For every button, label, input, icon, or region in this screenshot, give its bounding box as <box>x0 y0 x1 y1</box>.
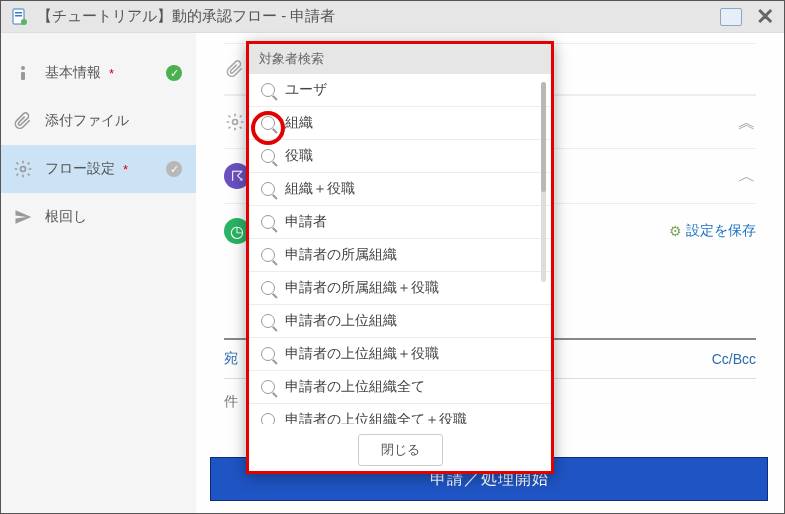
search-icon <box>261 248 275 262</box>
svg-point-3 <box>21 19 27 25</box>
search-icon <box>261 281 275 295</box>
search-option-user[interactable]: ユーザ <box>249 74 551 107</box>
chevron-up-icon: ︽ <box>738 110 756 134</box>
search-option-label: 申請者の所属組織 <box>285 246 397 264</box>
search-option-label: 申請者の上位組織＋役職 <box>285 345 439 363</box>
chevron-up-icon: ︿ <box>738 164 756 188</box>
svg-rect-5 <box>21 72 25 80</box>
search-icon <box>261 116 275 130</box>
search-option-label: ユーザ <box>285 81 327 99</box>
search-type-list: ユーザ 組織 役職 組織＋役職 申請者 申請者の所属組織 申請者の所属組織＋役職… <box>249 74 551 424</box>
search-option-label: 組織＋役職 <box>285 180 355 198</box>
modal-close-button[interactable]: 閉じる <box>358 434 443 466</box>
close-icon[interactable]: ✕ <box>756 4 774 30</box>
search-option-label: 申請者の上位組織全て＋役職 <box>285 411 467 424</box>
search-icon <box>261 347 275 361</box>
search-option-applicant-upper-org[interactable]: 申請者の上位組織 <box>249 305 551 338</box>
sidebar-item-label: フロー設定 <box>45 160 115 178</box>
sidebar-item-label: 添付ファイル <box>45 112 129 130</box>
search-option-applicant-upper-org-position[interactable]: 申請者の上位組織＋役職 <box>249 338 551 371</box>
paperclip-icon <box>224 58 246 80</box>
search-option-label: 申請者 <box>285 213 327 231</box>
search-option-position[interactable]: 役職 <box>249 140 551 173</box>
search-option-applicant-upper-org-all-position[interactable]: 申請者の上位組織全て＋役職 <box>249 404 551 424</box>
search-icon <box>261 83 275 97</box>
ccbcc-link[interactable]: Cc/Bcc <box>712 351 756 367</box>
search-icon <box>261 182 275 196</box>
required-star: * <box>123 162 128 177</box>
search-icon <box>261 314 275 328</box>
search-option-applicant-org[interactable]: 申請者の所属組織 <box>249 239 551 272</box>
search-option-label: 役職 <box>285 147 313 165</box>
svg-rect-1 <box>15 12 22 14</box>
modal-body: ユーザ 組織 役職 組織＋役職 申請者 申請者の所属組織 申請者の所属組織＋役職… <box>249 74 551 424</box>
search-option-label: 申請者の上位組織 <box>285 312 397 330</box>
search-option-label: 組織 <box>285 114 313 132</box>
sidebar: 基本情報 * ✓ 添付ファイル フロー設定 * ✓ 根回し <box>1 33 196 513</box>
modal-footer: 閉じる <box>249 424 551 476</box>
svg-point-6 <box>21 167 26 172</box>
close-label: 閉じる <box>381 442 420 457</box>
svg-rect-2 <box>15 15 22 17</box>
send-icon <box>13 207 33 227</box>
recipient-label: 宛 <box>224 350 238 368</box>
search-icon <box>261 380 275 394</box>
document-icon <box>11 8 29 26</box>
gear-icon: ⚙ <box>669 223 682 239</box>
sidebar-item-label: 根回し <box>45 208 87 226</box>
search-icon <box>261 413 275 424</box>
modal-header: 対象者検索 <box>249 44 551 74</box>
sidebar-item-flow-settings[interactable]: フロー設定 * ✓ <box>1 145 196 193</box>
target-search-modal: 対象者検索 ユーザ 組織 役職 組織＋役職 申請者 申請者の所属組織 申請者の所… <box>246 41 554 474</box>
sidebar-item-nemawashi[interactable]: 根回し <box>1 193 196 241</box>
sidebar-item-basic-info[interactable]: 基本情報 * ✓ <box>1 49 196 97</box>
check-icon: ✓ <box>166 161 182 177</box>
info-icon <box>13 63 33 83</box>
check-icon: ✓ <box>166 65 182 81</box>
search-icon <box>261 149 275 163</box>
sidebar-item-attachments[interactable]: 添付ファイル <box>1 97 196 145</box>
search-icon <box>261 215 275 229</box>
svg-rect-4 <box>21 66 25 70</box>
required-star: * <box>109 66 114 81</box>
save-settings-link[interactable]: ⚙ 設定を保存 <box>669 222 756 240</box>
search-option-org-position[interactable]: 組織＋役職 <box>249 173 551 206</box>
gear-icon <box>13 159 33 179</box>
search-option-label: 申請者の上位組織全て <box>285 378 425 396</box>
search-option-applicant-org-position[interactable]: 申請者の所属組織＋役職 <box>249 272 551 305</box>
svg-point-7 <box>233 120 238 125</box>
sidebar-item-label: 基本情報 <box>45 64 101 82</box>
window-tool-button[interactable] <box>720 8 742 26</box>
subject-label: 件 <box>224 393 238 409</box>
scrollbar[interactable] <box>541 82 546 282</box>
save-label: 設定を保存 <box>686 222 756 240</box>
gear-icon <box>224 111 246 133</box>
search-option-applicant[interactable]: 申請者 <box>249 206 551 239</box>
titlebar: 【チュートリアル】動的承認フロー - 申請者 ✕ <box>1 1 784 33</box>
search-option-org[interactable]: 組織 <box>249 107 551 140</box>
search-option-applicant-upper-org-all[interactable]: 申請者の上位組織全て <box>249 371 551 404</box>
paperclip-icon <box>13 111 33 131</box>
search-option-label: 申請者の所属組織＋役職 <box>285 279 439 297</box>
window-title: 【チュートリアル】動的承認フロー - 申請者 <box>37 7 720 26</box>
